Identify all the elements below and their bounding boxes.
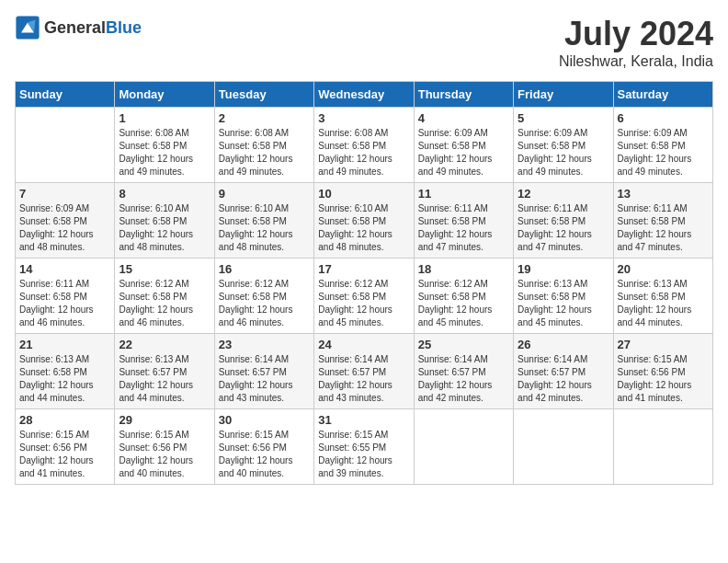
day-number: 2: [219, 111, 310, 125]
day-number: 29: [119, 413, 210, 427]
day-info: Sunrise: 6:13 AMSunset: 6:58 PMDaylight:…: [518, 278, 609, 329]
day-info: Sunrise: 6:08 AMSunset: 6:58 PMDaylight:…: [318, 127, 409, 178]
weekday-header-cell: Saturday: [613, 82, 712, 108]
day-number: 3: [318, 111, 409, 125]
day-number: 28: [19, 413, 110, 427]
day-number: 6: [618, 111, 709, 125]
day-info: Sunrise: 6:13 AMSunset: 6:58 PMDaylight:…: [19, 353, 110, 405]
calendar-table: SundayMondayTuesdayWednesdayThursdayFrid…: [15, 81, 713, 485]
calendar-cell: 22Sunrise: 6:13 AMSunset: 6:57 PMDayligh…: [115, 334, 214, 409]
title-block: July 2024 Nileshwar, Kerala, India: [559, 15, 713, 70]
calendar-cell: 30Sunrise: 6:15 AMSunset: 6:56 PMDayligh…: [214, 409, 313, 485]
logo: GeneralBlue: [15, 15, 142, 40]
day-number: 17: [318, 262, 409, 276]
calendar-week-row: 28Sunrise: 6:15 AMSunset: 6:56 PMDayligh…: [16, 409, 713, 485]
day-info: Sunrise: 6:14 AMSunset: 6:57 PMDaylight:…: [518, 353, 609, 405]
day-number: 13: [618, 187, 709, 201]
calendar-cell: 19Sunrise: 6:13 AMSunset: 6:58 PMDayligh…: [514, 259, 613, 334]
day-number: 8: [119, 187, 210, 201]
calendar-cell: 7Sunrise: 6:09 AMSunset: 6:58 PMDaylight…: [16, 183, 115, 259]
calendar-cell: 18Sunrise: 6:12 AMSunset: 6:58 PMDayligh…: [414, 259, 513, 334]
day-number: 9: [219, 187, 310, 201]
day-info: Sunrise: 6:09 AMSunset: 6:58 PMDaylight:…: [418, 127, 509, 178]
day-info: Sunrise: 6:08 AMSunset: 6:58 PMDaylight:…: [219, 127, 310, 178]
day-number: 5: [518, 111, 609, 125]
calendar-cell: 2Sunrise: 6:08 AMSunset: 6:58 PMDaylight…: [214, 108, 313, 183]
day-info: Sunrise: 6:15 AMSunset: 6:56 PMDaylight:…: [19, 429, 110, 480]
page-header: GeneralBlue July 2024 Nileshwar, Kerala,…: [15, 15, 713, 70]
day-number: 11: [418, 187, 509, 201]
day-info: Sunrise: 6:11 AMSunset: 6:58 PMDaylight:…: [518, 202, 609, 254]
day-info: Sunrise: 6:14 AMSunset: 6:57 PMDaylight:…: [318, 353, 409, 405]
weekday-header-cell: Thursday: [414, 82, 513, 108]
weekday-header-cell: Sunday: [16, 82, 115, 108]
logo-icon: [15, 15, 40, 40]
day-info: Sunrise: 6:11 AMSunset: 6:58 PMDaylight:…: [618, 202, 709, 254]
weekday-header-cell: Monday: [115, 82, 214, 108]
main-title: July 2024: [559, 15, 713, 53]
day-info: Sunrise: 6:15 AMSunset: 6:56 PMDaylight:…: [219, 429, 310, 480]
day-info: Sunrise: 6:12 AMSunset: 6:58 PMDaylight:…: [219, 278, 310, 329]
day-number: 21: [19, 338, 110, 351]
day-info: Sunrise: 6:09 AMSunset: 6:58 PMDaylight:…: [518, 127, 609, 178]
day-info: Sunrise: 6:15 AMSunset: 6:55 PMDaylight:…: [318, 429, 409, 480]
day-info: Sunrise: 6:12 AMSunset: 6:58 PMDaylight:…: [418, 278, 509, 329]
weekday-header-row: SundayMondayTuesdayWednesdayThursdayFrid…: [16, 82, 713, 108]
day-info: Sunrise: 6:10 AMSunset: 6:58 PMDaylight:…: [119, 202, 210, 254]
calendar-cell: 29Sunrise: 6:15 AMSunset: 6:56 PMDayligh…: [115, 409, 214, 485]
calendar-cell: 28Sunrise: 6:15 AMSunset: 6:56 PMDayligh…: [16, 409, 115, 485]
calendar-cell: 16Sunrise: 6:12 AMSunset: 6:58 PMDayligh…: [214, 259, 313, 334]
day-number: 30: [219, 413, 310, 427]
day-number: 18: [418, 262, 509, 276]
day-number: 31: [318, 413, 409, 427]
calendar-cell: [514, 409, 613, 485]
calendar-body: 1Sunrise: 6:08 AMSunset: 6:58 PMDaylight…: [16, 108, 713, 485]
day-number: 4: [418, 111, 509, 125]
calendar-cell: 17Sunrise: 6:12 AMSunset: 6:58 PMDayligh…: [314, 259, 414, 334]
calendar-cell: 14Sunrise: 6:11 AMSunset: 6:58 PMDayligh…: [16, 259, 115, 334]
day-number: 23: [219, 338, 310, 351]
sub-title: Nileshwar, Kerala, India: [559, 53, 713, 70]
calendar-cell: 10Sunrise: 6:10 AMSunset: 6:58 PMDayligh…: [314, 183, 414, 259]
calendar-cell: 25Sunrise: 6:14 AMSunset: 6:57 PMDayligh…: [414, 334, 513, 409]
calendar-cell: 8Sunrise: 6:10 AMSunset: 6:58 PMDaylight…: [115, 183, 214, 259]
calendar-cell: 24Sunrise: 6:14 AMSunset: 6:57 PMDayligh…: [314, 334, 414, 409]
day-number: 19: [518, 262, 609, 276]
calendar-week-row: 7Sunrise: 6:09 AMSunset: 6:58 PMDaylight…: [16, 183, 713, 259]
day-info: Sunrise: 6:10 AMSunset: 6:58 PMDaylight:…: [219, 202, 310, 254]
calendar-cell: 21Sunrise: 6:13 AMSunset: 6:58 PMDayligh…: [16, 334, 115, 409]
calendar-cell: [16, 108, 115, 183]
weekday-header-cell: Friday: [514, 82, 613, 108]
day-number: 10: [318, 187, 409, 201]
calendar-cell: 11Sunrise: 6:11 AMSunset: 6:58 PMDayligh…: [414, 183, 513, 259]
calendar-cell: 3Sunrise: 6:08 AMSunset: 6:58 PMDaylight…: [314, 108, 414, 183]
weekday-header-cell: Tuesday: [214, 82, 313, 108]
day-info: Sunrise: 6:08 AMSunset: 6:58 PMDaylight:…: [119, 127, 210, 178]
day-number: 7: [19, 187, 110, 201]
day-info: Sunrise: 6:11 AMSunset: 6:58 PMDaylight:…: [418, 202, 509, 254]
day-info: Sunrise: 6:14 AMSunset: 6:57 PMDaylight:…: [418, 353, 509, 405]
calendar-cell: 31Sunrise: 6:15 AMSunset: 6:55 PMDayligh…: [314, 409, 414, 485]
weekday-header-cell: Wednesday: [314, 82, 414, 108]
logo-general: General: [44, 18, 106, 37]
calendar-cell: 4Sunrise: 6:09 AMSunset: 6:58 PMDaylight…: [414, 108, 513, 183]
calendar-cell: [414, 409, 513, 485]
day-info: Sunrise: 6:15 AMSunset: 6:56 PMDaylight:…: [618, 353, 709, 405]
day-number: 1: [119, 111, 210, 125]
day-info: Sunrise: 6:14 AMSunset: 6:57 PMDaylight:…: [219, 353, 310, 405]
day-info: Sunrise: 6:11 AMSunset: 6:58 PMDaylight:…: [19, 278, 110, 329]
day-info: Sunrise: 6:09 AMSunset: 6:58 PMDaylight:…: [618, 127, 709, 178]
logo-blue: Blue: [106, 18, 142, 37]
calendar-cell: 6Sunrise: 6:09 AMSunset: 6:58 PMDaylight…: [613, 108, 712, 183]
calendar-cell: [613, 409, 712, 485]
calendar-week-row: 1Sunrise: 6:08 AMSunset: 6:58 PMDaylight…: [16, 108, 713, 183]
calendar-cell: 20Sunrise: 6:13 AMSunset: 6:58 PMDayligh…: [613, 259, 712, 334]
day-number: 20: [618, 262, 709, 276]
day-number: 16: [219, 262, 310, 276]
day-number: 15: [119, 262, 210, 276]
day-info: Sunrise: 6:13 AMSunset: 6:58 PMDaylight:…: [618, 278, 709, 329]
calendar-week-row: 14Sunrise: 6:11 AMSunset: 6:58 PMDayligh…: [16, 259, 713, 334]
calendar-week-row: 21Sunrise: 6:13 AMSunset: 6:58 PMDayligh…: [16, 334, 713, 409]
day-info: Sunrise: 6:15 AMSunset: 6:56 PMDaylight:…: [119, 429, 210, 480]
day-info: Sunrise: 6:12 AMSunset: 6:58 PMDaylight:…: [119, 278, 210, 329]
